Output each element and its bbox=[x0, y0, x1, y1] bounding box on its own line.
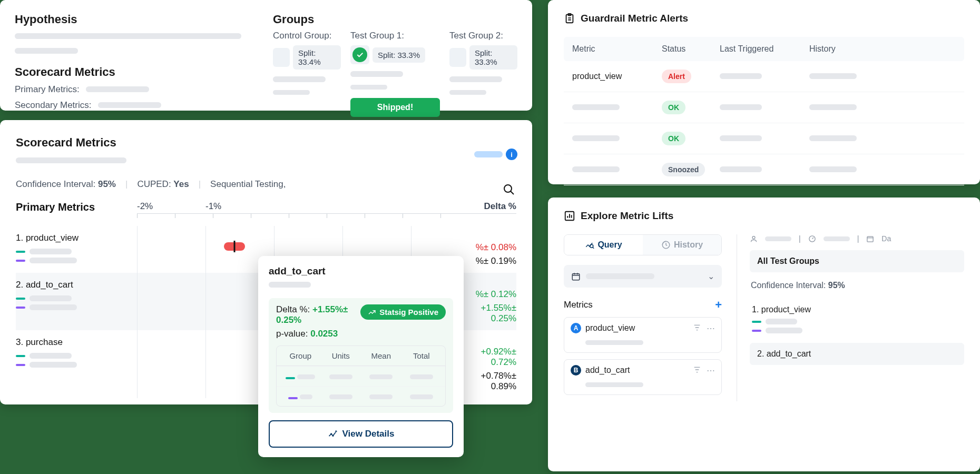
explore-metric-row-header[interactable]: 2. add_to_cart bbox=[750, 343, 964, 365]
scorecard-title: Scorecard Metrics bbox=[16, 136, 516, 150]
user-icon[interactable] bbox=[750, 235, 758, 243]
all-test-groups-header: All Test Groups bbox=[750, 250, 964, 272]
more-icon[interactable]: ⋯ bbox=[707, 366, 715, 376]
tooltip-delta-label: Delta %: bbox=[276, 304, 310, 314]
delta-value: +1.55%± 0.25% bbox=[458, 303, 516, 324]
group-icon-placeholder bbox=[449, 48, 466, 67]
date-abbrev: Da bbox=[881, 234, 891, 243]
tooltip-pvalue-label: p-value: bbox=[276, 329, 308, 339]
tooltip-pvalue-value: 0.0253 bbox=[310, 329, 338, 339]
axis-tick: -1% bbox=[205, 201, 274, 213]
filter-icon[interactable] bbox=[693, 366, 701, 374]
groups-title: Groups bbox=[273, 13, 517, 26]
col-metric: Metric bbox=[572, 44, 662, 54]
metric-card-name: add_to_cart bbox=[585, 366, 630, 375]
split-pill: Split: 33.3% bbox=[469, 45, 517, 70]
tooltip-table: GroupUnitsMeanTotal bbox=[276, 345, 446, 407]
ci-label: Confidence Interval: bbox=[16, 179, 95, 189]
guardrail-row[interactable]: Snoozed bbox=[564, 154, 964, 185]
cuped-value: Yes bbox=[173, 179, 189, 189]
series-swatch-a bbox=[752, 321, 761, 323]
explore-metric-row[interactable]: 1. product_view bbox=[750, 299, 964, 343]
group-label: Test Group 1: bbox=[350, 31, 440, 41]
zoom-icon[interactable] bbox=[503, 183, 515, 196]
series-swatch-a bbox=[16, 251, 25, 253]
chevron-down-icon: ⌄ bbox=[708, 271, 714, 281]
bar-chart-icon bbox=[564, 210, 575, 222]
more-icon[interactable]: ⋯ bbox=[707, 323, 715, 333]
sequential-label: Sequential Testing, bbox=[210, 179, 286, 190]
svg-point-2 bbox=[332, 436, 334, 437]
experiment-summary-panel: Hypothesis Scorecard Metrics Primary Met… bbox=[0, 0, 532, 111]
guardrail-metric-name: product_view bbox=[572, 72, 662, 81]
primary-metrics-header: Primary Metrics bbox=[16, 201, 137, 213]
scorecard-panel: Scorecard Metrics i Confidence Interval:… bbox=[0, 120, 532, 404]
status-badge: OK bbox=[662, 101, 685, 114]
view-details-button[interactable]: View Details bbox=[269, 420, 453, 448]
guardrail-row[interactable]: OK bbox=[564, 92, 964, 123]
axis-tick: -2% bbox=[137, 201, 205, 213]
delta-value: %± 0.08% bbox=[458, 242, 516, 253]
gauge-icon[interactable] bbox=[808, 235, 816, 243]
metric-name: 3. purchase bbox=[16, 337, 137, 348]
delta-value: +0.92%± 0.72% bbox=[458, 347, 516, 368]
calendar-icon[interactable] bbox=[866, 235, 874, 243]
guardrail-alerts-panel: Guardrail Metric Alerts Metric Status La… bbox=[548, 0, 980, 184]
metric-letter-badge: A bbox=[571, 323, 581, 333]
explore-metric-name: 1. product_view bbox=[752, 305, 962, 314]
metric-tooltip: add_to_cart Statsig Positive Delta %: +1… bbox=[258, 256, 464, 457]
status-badge: Alert bbox=[662, 70, 691, 83]
tooltip-metric-name: add_to_cart bbox=[269, 265, 453, 277]
tab-history[interactable]: History bbox=[643, 235, 721, 255]
col-total: Total bbox=[404, 351, 439, 360]
explore-title: Explore Metric Lifts bbox=[581, 210, 673, 222]
info-icon: i bbox=[506, 149, 517, 160]
group-icon-placeholder bbox=[273, 48, 290, 67]
primary-metrics-label: Primary Metrics: bbox=[15, 84, 80, 94]
svg-rect-11 bbox=[867, 236, 873, 242]
series-swatch-a bbox=[16, 355, 25, 357]
date-range-select[interactable]: ⌄ bbox=[564, 265, 722, 288]
secondary-metrics-label: Secondary Metrics: bbox=[15, 100, 92, 110]
guardrail-row[interactable]: product_viewAlert bbox=[564, 61, 964, 92]
group-control: Control Group: Split: 33.4% bbox=[273, 31, 341, 117]
metric-card[interactable]: Aproduct_view⋯ bbox=[564, 317, 722, 353]
metric-card-name: product_view bbox=[585, 323, 635, 333]
col-group: Group bbox=[283, 351, 318, 360]
metric-letter-badge: B bbox=[571, 365, 581, 376]
statsig-positive-pill: Statsig Positive bbox=[360, 304, 446, 320]
delta-value: %± 0.19% bbox=[458, 256, 516, 266]
filter-icon[interactable] bbox=[693, 323, 701, 332]
series-swatch-b bbox=[16, 260, 25, 262]
shipped-button[interactable]: Shipped! bbox=[350, 98, 440, 117]
ci-value: 95% bbox=[828, 281, 845, 290]
group-label: Test Group 2: bbox=[449, 31, 517, 41]
svg-point-1 bbox=[330, 433, 331, 434]
explore-lifts-panel: Explore Metric Lifts Query History ⌄ Met… bbox=[548, 197, 980, 471]
split-pill: Split: 33.4% bbox=[293, 45, 341, 70]
cuped-label: CUPED: bbox=[137, 179, 171, 189]
info-indicator[interactable]: i bbox=[474, 149, 517, 160]
delta-value: +0.78%± 0.89% bbox=[458, 371, 516, 392]
delta-header: Delta % bbox=[469, 201, 516, 213]
metric-card[interactable]: Badd_to_cart⋯ bbox=[564, 359, 722, 395]
scorecard-metrics-title: Scorecard Metrics bbox=[15, 65, 257, 79]
metric-name: 2. add_to_cart bbox=[16, 280, 137, 290]
col-units: Units bbox=[324, 351, 359, 360]
group-check-icon bbox=[350, 45, 369, 64]
col-last-triggered: Last Triggered bbox=[720, 44, 809, 54]
guardrail-table-header: Metric Status Last Triggered History bbox=[564, 37, 964, 61]
guardrail-title: Guardrail Metric Alerts bbox=[581, 13, 688, 24]
ci-value: 95% bbox=[98, 179, 116, 189]
delta-value: %± 0.12% bbox=[458, 289, 516, 300]
hypothesis-title: Hypothesis bbox=[15, 13, 257, 26]
tab-query[interactable]: Query bbox=[564, 235, 643, 255]
guardrail-row[interactable]: OK bbox=[564, 123, 964, 154]
metrics-label: Metrics bbox=[564, 300, 593, 310]
explore-tabs: Query History bbox=[564, 234, 722, 255]
col-mean: Mean bbox=[364, 351, 399, 360]
svg-point-0 bbox=[504, 185, 512, 192]
split-pill: Split: 33.3% bbox=[373, 47, 425, 63]
series-swatch-a bbox=[16, 298, 25, 300]
add-metric-button[interactable]: + bbox=[715, 298, 722, 312]
